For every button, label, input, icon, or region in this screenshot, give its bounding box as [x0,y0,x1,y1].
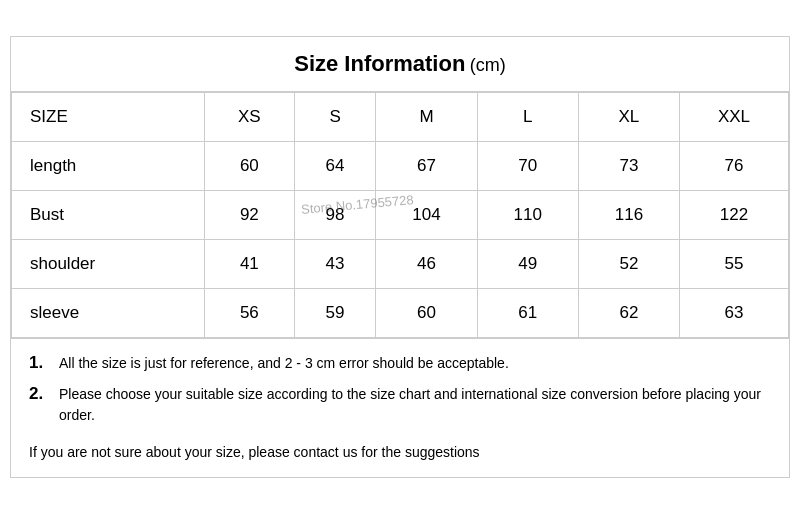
column-header: S [294,93,376,142]
cell-value: 49 [477,240,578,289]
cell-value: 43 [294,240,376,289]
notes-section: 1.All the size is just for reference, an… [11,338,789,477]
size-info-container: Size Information (cm) SIZEXSSMLXLXXLleng… [10,36,790,478]
table-wrap: SIZEXSSMLXLXXLlength606467707376Bust9298… [11,92,789,338]
row-label: shoulder [12,240,205,289]
row-label: length [12,142,205,191]
cell-value: 62 [578,289,679,338]
table-row: shoulder414346495255 [12,240,789,289]
column-header: M [376,93,477,142]
column-header: XS [205,93,295,142]
cell-value: 104 [376,191,477,240]
cell-value: 60 [205,142,295,191]
cell-value: 61 [477,289,578,338]
column-header: XXL [680,93,789,142]
note-text: All the size is just for reference, and … [59,353,509,374]
note-text: Please choose your suitable size accordi… [59,384,771,426]
cell-value: 56 [205,289,295,338]
table-row: sleeve565960616263 [12,289,789,338]
note-item: 2.Please choose your suitable size accor… [29,384,771,426]
cell-value: 60 [376,289,477,338]
row-label: Bust [12,191,205,240]
column-header: SIZE [12,93,205,142]
column-header: XL [578,93,679,142]
cell-value: 110 [477,191,578,240]
cell-value: 67 [376,142,477,191]
cell-value: 122 [680,191,789,240]
cell-value: 46 [376,240,477,289]
cell-value: 73 [578,142,679,191]
cell-value: 70 [477,142,578,191]
title-main: Size Information [294,51,465,76]
cell-value: 116 [578,191,679,240]
cell-value: 98 [294,191,376,240]
cell-value: 92 [205,191,295,240]
table-row: Bust9298104110116122 [12,191,789,240]
title-unit: (cm) [470,55,506,75]
table-header-row: SIZEXSSMLXLXXL [12,93,789,142]
note-item: 1.All the size is just for reference, an… [29,353,771,374]
cell-value: 41 [205,240,295,289]
title-row: Size Information (cm) [11,37,789,92]
cell-value: 76 [680,142,789,191]
extra-note: If you are not sure about your size, ple… [29,436,771,463]
cell-value: 55 [680,240,789,289]
note-number: 1. [29,353,53,373]
row-label: sleeve [12,289,205,338]
cell-value: 52 [578,240,679,289]
table-row: length606467707376 [12,142,789,191]
cell-value: 59 [294,289,376,338]
cell-value: 63 [680,289,789,338]
cell-value: 64 [294,142,376,191]
note-number: 2. [29,384,53,404]
column-header: L [477,93,578,142]
size-table: SIZEXSSMLXLXXLlength606467707376Bust9298… [11,92,789,338]
